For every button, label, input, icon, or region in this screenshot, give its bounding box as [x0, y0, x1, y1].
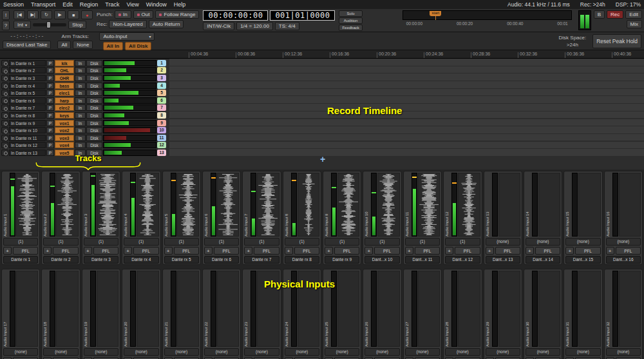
playlist-button[interactable]: P: [46, 104, 54, 111]
add-track-from-input-button[interactable]: +: [405, 247, 413, 255]
pfl-button[interactable]: PFL: [495, 247, 520, 255]
add-track-from-input-button[interactable]: +: [285, 247, 293, 255]
pfl-button[interactable]: PFL: [13, 247, 38, 255]
track-input-button[interactable]: In Dante rx 13: [9, 150, 46, 156]
add-track-from-input-button[interactable]: +: [204, 247, 213, 255]
menu-session[interactable]: Session: [3, 1, 24, 8]
input-connection-button[interactable]: (none): [445, 348, 480, 356]
stop-button[interactable]: ■: [68, 10, 79, 19]
playlist-button[interactable]: P: [46, 135, 54, 141]
input-connection-button[interactable]: (1): [365, 238, 399, 246]
rec-mode-button[interactable]: Non-Layered: [109, 20, 146, 28]
pfl-button[interactable]: PFL: [535, 247, 560, 255]
input-connection-button[interactable]: (1): [43, 238, 78, 246]
input-port-name-button[interactable]: Dant...x 16: [606, 256, 641, 264]
playlist-button[interactable]: P: [46, 142, 54, 148]
monitor-input-button[interactable]: In: [75, 60, 86, 66]
audition-indicator[interactable]: Audition: [339, 17, 362, 24]
arm-all-button[interactable]: All: [57, 41, 71, 49]
input-port-name-button[interactable]: Dante rx 6: [204, 256, 239, 264]
feedback-indicator[interactable]: Feedback: [339, 24, 362, 31]
input-port-name-button[interactable]: Dante rx 5: [164, 256, 199, 264]
goto-end-button[interactable]: ▶|: [27, 10, 39, 19]
add-track-from-input-button[interactable]: +: [606, 247, 614, 255]
discard-last-take-button[interactable]: Discard Last Take: [3, 41, 51, 49]
add-track-from-input-button[interactable]: +: [325, 247, 333, 255]
pfl-button[interactable]: PFL: [133, 247, 158, 255]
pfl-button[interactable]: PFL: [93, 247, 118, 255]
record-arm-button[interactable]: [1, 67, 8, 73]
monitor-input-button[interactable]: In: [75, 82, 86, 89]
playlist-button[interactable]: P: [46, 75, 54, 81]
add-track-button[interactable]: +: [320, 154, 325, 164]
playlist-button[interactable]: P: [46, 120, 54, 126]
monitor-disk-button[interactable]: Disk: [86, 90, 102, 96]
input-connection-button[interactable]: (none): [365, 348, 399, 356]
shuttle-stop-button[interactable]: Stop: [68, 21, 86, 29]
goto-start-button[interactable]: |◀: [14, 10, 25, 19]
playlist-button[interactable]: P: [46, 67, 54, 73]
menu-region[interactable]: Region: [80, 1, 99, 8]
input-connection-button[interactable]: (none): [204, 348, 239, 356]
track-input-button[interactable]: In Dante rx 8: [9, 112, 46, 119]
primary-clock[interactable]: 00:00:00:00: [203, 10, 268, 21]
track-name-button[interactable]: bass: [55, 82, 74, 89]
track-input-button[interactable]: In Dante rx 12: [9, 142, 46, 148]
input-connection-button[interactable]: (none): [526, 348, 560, 356]
add-track-from-input-button[interactable]: +: [565, 247, 574, 255]
input-connection-button[interactable]: (none): [325, 348, 359, 356]
track-name-button[interactable]: harp: [55, 97, 74, 104]
track-input-button[interactable]: In Dante rx 10: [9, 127, 46, 133]
input-connection-button[interactable]: (none): [606, 348, 641, 356]
add-track-from-input-button[interactable]: +: [445, 247, 453, 255]
add-track-from-input-button[interactable]: +: [124, 247, 132, 255]
record-arm-button[interactable]: [1, 82, 8, 89]
input-connection-button[interactable]: (1): [124, 238, 158, 246]
loop-button[interactable]: ↻: [41, 10, 52, 19]
playlist-button[interactable]: P: [46, 112, 54, 119]
track-input-button[interactable]: In Dante rx 9: [9, 120, 46, 126]
menu-transport[interactable]: Transport: [31, 1, 55, 8]
track-input-button[interactable]: In Dante rx 1: [9, 60, 46, 66]
input-connection-button[interactable]: (1): [244, 238, 279, 246]
session-overview-strip[interactable]: start: [402, 10, 572, 20]
add-track-from-input-button[interactable]: +: [526, 247, 534, 255]
track-name-button[interactable]: elec2: [55, 104, 74, 111]
monitor-disk-button[interactable]: Disk: [86, 127, 102, 133]
pfl-button[interactable]: PFL: [415, 247, 440, 255]
input-port-name-button[interactable]: Dant...x 12: [445, 256, 480, 264]
track-name-button[interactable]: elec1: [55, 90, 74, 96]
input-connection-button[interactable]: (1): [204, 238, 239, 246]
feedback-alert-button[interactable]: ?: [2, 21, 10, 30]
pfl-button[interactable]: PFL: [616, 247, 641, 255]
pfl-button[interactable]: PFL: [254, 247, 279, 255]
pfl-button[interactable]: PFL: [294, 247, 319, 255]
pfl-button[interactable]: PFL: [214, 247, 239, 255]
input-port-name-button[interactable]: Dante rx 2: [43, 256, 78, 264]
input-connection-button[interactable]: (none): [526, 238, 560, 246]
menu-edit[interactable]: Edit: [62, 1, 73, 8]
record-arm-button[interactable]: [1, 60, 8, 66]
monitor-disk-button[interactable]: Disk: [86, 142, 102, 148]
playlist-button[interactable]: P: [46, 97, 54, 104]
sync-source-button[interactable]: INT/W-Clk: [203, 22, 234, 30]
all-disk-button[interactable]: All Disk: [125, 42, 151, 50]
monitor-input-button[interactable]: In: [75, 135, 86, 141]
add-track-from-input-button[interactable]: +: [486, 247, 494, 255]
playlist-button[interactable]: P: [46, 90, 54, 96]
solo-indicator[interactable]: Solo: [339, 10, 362, 17]
track-name-button[interactable]: kik: [55, 60, 74, 66]
track-input-button[interactable]: In Dante rx 7: [9, 104, 46, 111]
recorder-tab-button[interactable]: Rec: [607, 10, 623, 19]
track-name-button[interactable]: keys: [55, 112, 74, 119]
record-arm-button[interactable]: [1, 90, 8, 96]
monitor-disk-button[interactable]: Disk: [86, 135, 102, 141]
monitor-disk-button[interactable]: Disk: [86, 75, 102, 81]
monitor-b-button[interactable]: B: [594, 10, 605, 19]
input-connection-button[interactable]: (none): [285, 348, 319, 356]
monitor-disk-button[interactable]: Disk: [86, 67, 102, 73]
monitor-input-button[interactable]: In: [75, 75, 86, 81]
tempo-button[interactable]: 1/4 = 120.00: [236, 22, 273, 30]
input-connection-button[interactable]: (1): [285, 238, 319, 246]
input-port-name-button[interactable]: Dante rx 3: [84, 256, 118, 264]
